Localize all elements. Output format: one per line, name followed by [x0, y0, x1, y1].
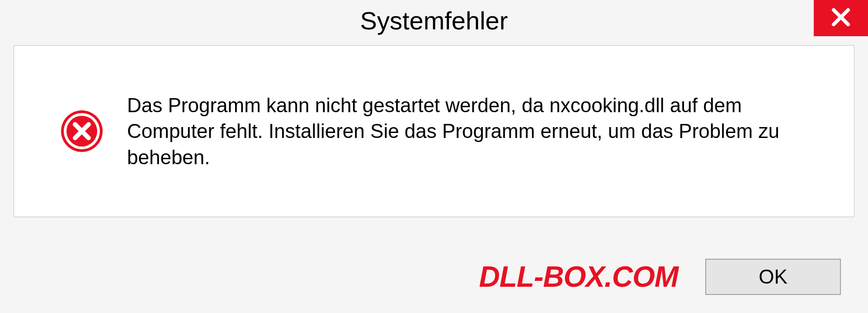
dialog-footer: DLL-BOX.COM OK [0, 254, 868, 299]
content-panel: Das Programm kann nicht gestartet werden… [14, 45, 854, 217]
close-button[interactable] [814, 0, 868, 36]
watermark-text: DLL-BOX.COM [479, 260, 679, 294]
error-dialog: Systemfehler Das Programm kann nicht ges… [0, 0, 868, 313]
titlebar: Systemfehler [0, 0, 868, 41]
dialog-title: Systemfehler [360, 6, 508, 35]
ok-button-label: OK [759, 266, 788, 288]
error-message: Das Programm kann nicht gestartet werden… [127, 92, 818, 170]
error-icon [59, 109, 104, 154]
ok-button[interactable]: OK [705, 259, 841, 295]
close-icon [830, 6, 852, 30]
